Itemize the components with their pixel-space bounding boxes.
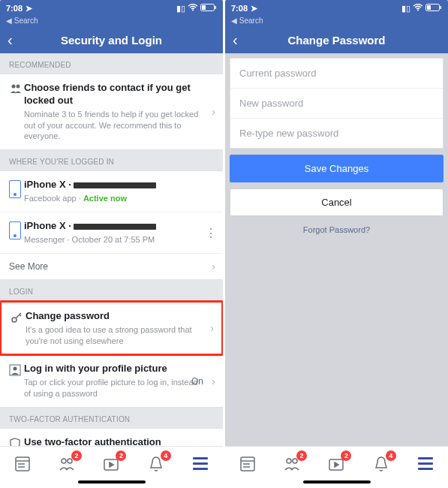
section-header-login: LOGIN [0, 280, 223, 300]
tab-bar: 2 2 4 [225, 446, 448, 480]
tab-notifications[interactable]: 4 [146, 453, 167, 474]
friends-icon [9, 83, 24, 96]
chevron-right-icon: › [212, 261, 215, 273]
badge: 2 [71, 450, 82, 461]
row-see-more[interactable]: See More › [0, 254, 223, 279]
svg-point-18 [417, 10, 419, 11]
status-bar: 7:08 ➤ ▮▯ [0, 0, 223, 17]
location-arrow-icon: ➤ [26, 4, 32, 14]
phone-icon [9, 221, 24, 239]
status-time: 7:08 [231, 4, 248, 13]
back-button[interactable]: ‹ [8, 32, 13, 49]
svg-rect-3 [202, 5, 206, 10]
row-subtitle: Nominate 3 to 5 friends to help if you g… [24, 109, 202, 143]
back-to-search[interactable]: ◀ Search [0, 17, 223, 26]
svg-line-8 [20, 315, 21, 316]
header: ‹ Change Password [225, 26, 448, 53]
status-time: 7:08 [6, 4, 23, 13]
retype-password-input[interactable] [230, 119, 443, 148]
page-title: Security and Login [0, 34, 223, 47]
phone-icon [9, 180, 24, 198]
wifi-icon [413, 4, 423, 13]
row-login-with-picture[interactable]: Log in with your profile picture Tap or … [0, 355, 223, 407]
session-device: iPhone X · [24, 220, 202, 233]
tab-feed[interactable] [12, 453, 33, 474]
row-change-password[interactable]: Change password It's a good idea to use … [2, 303, 221, 354]
signal-icon: ▮▯ [176, 4, 185, 14]
tab-watch[interactable]: 2 [326, 453, 347, 474]
svg-point-15 [62, 459, 66, 463]
badge: 4 [386, 450, 396, 461]
row-session-1[interactable]: iPhone X · Facebook app · Active now [0, 171, 223, 212]
section-header-where: WHERE YOU'RE LOGGED IN [0, 150, 223, 170]
status-bar: 7:08 ➤ ▮▯ [225, 0, 448, 17]
chevron-right-icon: › [210, 322, 214, 334]
section-header-recommended: RECOMMENDED [0, 53, 223, 74]
badge: 2 [341, 450, 351, 461]
svg-point-10 [14, 367, 17, 371]
svg-point-4 [12, 85, 16, 89]
badge: 4 [161, 450, 171, 461]
home-indicator [225, 480, 448, 488]
tab-feed[interactable] [237, 453, 258, 474]
profile-picture-icon [9, 364, 24, 378]
svg-point-27 [293, 459, 297, 463]
svg-rect-2 [215, 6, 217, 9]
location-arrow-icon: ➤ [251, 4, 257, 14]
row-subtitle: Tap or click your profile picture to log… [24, 377, 202, 399]
hamburger-icon [193, 457, 208, 470]
row-session-2[interactable]: iPhone X · Messenger · October 20 at 7:5… [0, 212, 223, 254]
kebab-icon[interactable]: ⋮ [205, 225, 215, 239]
screen-security-and-login: 7:08 ➤ ▮▯ ◀ Search ‹ Security and Login … [0, 0, 223, 488]
settings-list: RECOMMENDED Choose friends to contact if… [0, 53, 223, 446]
current-password-input[interactable] [230, 59, 443, 89]
row-title: Log in with your profile picture [24, 363, 202, 375]
signal-icon: ▮▯ [401, 4, 410, 14]
tab-watch[interactable]: 2 [101, 453, 122, 474]
svg-point-26 [287, 459, 291, 463]
badge: 2 [296, 450, 307, 461]
back-button[interactable]: ‹ [233, 32, 238, 49]
toggle-state: On [191, 376, 203, 387]
chevron-right-icon: › [212, 106, 215, 118]
hamburger-icon [418, 457, 433, 470]
row-two-factor[interactable]: Use two-factor authentication Log in wit… [0, 429, 223, 446]
save-changes-button[interactable]: Save Changes [230, 155, 443, 182]
session-detail: Messenger · October 20 at 7:55 PM [24, 234, 202, 246]
back-to-search[interactable]: ◀ Search [225, 17, 448, 26]
shield-icon [9, 438, 24, 446]
svg-point-0 [192, 10, 194, 11]
svg-point-5 [17, 85, 20, 89]
badge: 2 [116, 450, 126, 461]
wifi-icon [188, 4, 198, 13]
header: ‹ Security and Login [0, 26, 223, 53]
new-password-input[interactable] [230, 89, 443, 119]
row-title: Use two-factor authentication [24, 436, 202, 446]
svg-rect-21 [427, 5, 431, 10]
home-indicator [0, 480, 223, 488]
tab-friends[interactable]: 2 [281, 453, 302, 474]
page-title: Change Password [225, 34, 448, 47]
session-device: iPhone X · [24, 179, 202, 191]
tab-friends[interactable]: 2 [56, 453, 77, 474]
key-icon [11, 312, 26, 326]
row-choose-friends[interactable]: Choose friends to contact if you get loc… [0, 74, 223, 149]
tab-menu[interactable] [190, 453, 211, 474]
password-form [230, 58, 443, 149]
row-title: Change password [26, 310, 200, 323]
row-title: Choose friends to contact if you get loc… [24, 82, 202, 107]
forgot-password-link[interactable]: Forgot Password? [225, 225, 448, 234]
session-detail: Facebook app · Active now [24, 193, 202, 204]
tab-bar: 2 2 4 [0, 446, 223, 480]
cancel-button[interactable]: Cancel [230, 188, 443, 216]
screen-change-password: 7:08 ➤ ▮▯ ◀ Search ‹ Change Password Sav… [225, 0, 448, 488]
tab-menu[interactable] [415, 453, 436, 474]
svg-rect-20 [440, 6, 442, 9]
chevron-right-icon: › [212, 375, 215, 387]
section-header-tfa: TWO-FACTOR AUTHENTICATION [0, 408, 223, 428]
tab-notifications[interactable]: 4 [371, 453, 392, 474]
svg-point-16 [68, 459, 72, 463]
battery-icon [200, 4, 217, 13]
battery-icon [425, 4, 442, 13]
row-subtitle: It's a good idea to use a strong passwor… [26, 324, 200, 347]
